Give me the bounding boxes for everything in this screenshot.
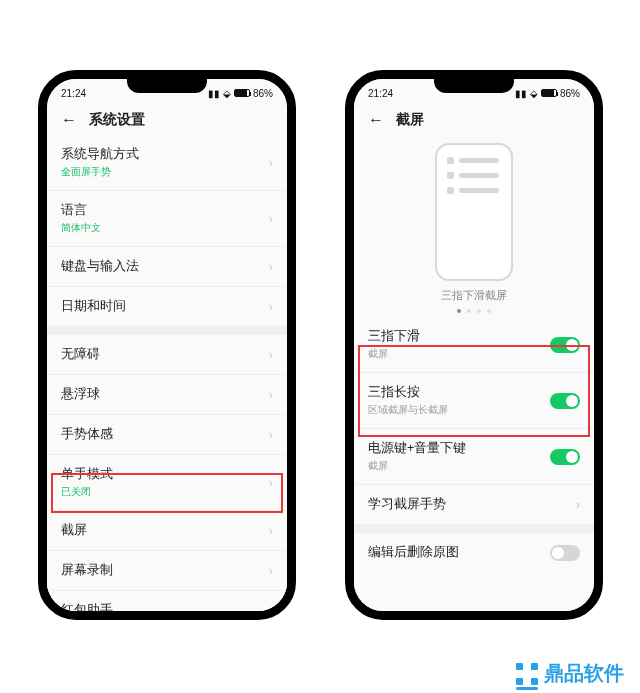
- row-language[interactable]: 语言 简体中文 ›: [47, 191, 287, 247]
- gesture-illustration: 三指下滑截屏: [354, 135, 594, 317]
- status-signal-icon: ▮▮: [515, 88, 527, 99]
- row-sub: 全面屏手势: [61, 165, 139, 179]
- row-one-hand[interactable]: 单手模式 已关闭 ›: [47, 455, 287, 511]
- row-label: 三指下滑: [368, 328, 420, 345]
- row-label: 手势体感: [61, 426, 113, 443]
- row-sub: 已关闭: [61, 485, 113, 499]
- chevron-right-icon: ›: [269, 524, 273, 538]
- toggle-switch[interactable]: [550, 393, 580, 409]
- row-label: 三指长按: [368, 384, 448, 401]
- chevron-right-icon: ›: [269, 604, 273, 612]
- row-label: 截屏: [61, 522, 87, 539]
- chevron-right-icon: ›: [269, 348, 273, 362]
- chevron-right-icon: ›: [269, 476, 273, 490]
- row-label: 编辑后删除原图: [368, 544, 459, 561]
- section-gap: [354, 525, 594, 533]
- chevron-right-icon: ›: [269, 212, 273, 226]
- row-label: 键盘与输入法: [61, 258, 139, 275]
- status-battery: 86%: [253, 88, 273, 99]
- chevron-right-icon: ›: [576, 498, 580, 512]
- chevron-right-icon: ›: [269, 260, 273, 274]
- page-indicator: [457, 309, 491, 313]
- row-sub: 截屏: [368, 459, 466, 473]
- row-keyboard[interactable]: 键盘与输入法 ›: [47, 247, 287, 287]
- section-gap: [47, 327, 287, 335]
- page-title: 系统设置: [89, 111, 145, 129]
- row-label: 无障碍: [61, 346, 100, 363]
- toggle-switch[interactable]: [550, 337, 580, 353]
- row-label: 屏幕录制: [61, 562, 113, 579]
- battery-icon: [234, 89, 250, 97]
- watermark: 鼎品软件: [516, 660, 624, 687]
- toggle-switch[interactable]: [550, 449, 580, 465]
- row-label: 红包助手: [61, 602, 113, 611]
- row-label: 悬浮球: [61, 386, 100, 403]
- row-float-ball[interactable]: 悬浮球 ›: [47, 375, 287, 415]
- row-screen-record[interactable]: 屏幕录制 ›: [47, 551, 287, 591]
- toggle-delete-original[interactable]: 编辑后删除原图: [354, 533, 594, 572]
- row-redpacket[interactable]: 红包助手 ›: [47, 591, 287, 611]
- toggle-switch[interactable]: [550, 545, 580, 561]
- watermark-text: 鼎品软件: [544, 660, 624, 687]
- illustration-caption: 三指下滑截屏: [441, 289, 507, 303]
- status-signal-icon: ▮▮: [208, 88, 220, 99]
- back-icon[interactable]: ←: [368, 112, 384, 128]
- row-sub: 简体中文: [61, 221, 101, 235]
- toggle-three-finger-hold[interactable]: 三指长按 区域截屏与长截屏: [354, 373, 594, 429]
- row-gesture-motion[interactable]: 手势体感 ›: [47, 415, 287, 455]
- row-learn-gesture[interactable]: 学习截屏手势 ›: [354, 485, 594, 525]
- row-label: 日期和时间: [61, 298, 126, 315]
- phone-mockup-left: 21:24 ▮▮ ⬙ 86% ← 系统设置 系统导航方式 全面屏手势: [38, 70, 296, 620]
- row-label: 电源键+音量下键: [368, 440, 466, 457]
- notch: [127, 79, 207, 93]
- row-sub: 截屏: [368, 347, 420, 361]
- status-wifi-icon: ⬙: [530, 88, 538, 99]
- row-label: 学习截屏手势: [368, 496, 446, 513]
- chevron-right-icon: ›: [269, 388, 273, 402]
- back-icon[interactable]: ←: [61, 112, 77, 128]
- row-sub: 区域截屏与长截屏: [368, 403, 448, 417]
- chevron-right-icon: ›: [269, 428, 273, 442]
- row-label: 单手模式: [61, 466, 113, 483]
- status-battery: 86%: [560, 88, 580, 99]
- mini-phone-icon: [435, 143, 513, 281]
- battery-icon: [541, 89, 557, 97]
- chevron-right-icon: ›: [269, 564, 273, 578]
- row-nav-mode[interactable]: 系统导航方式 全面屏手势 ›: [47, 135, 287, 191]
- row-accessibility[interactable]: 无障碍 ›: [47, 335, 287, 375]
- toggle-power-volume[interactable]: 电源键+音量下键 截屏: [354, 429, 594, 485]
- chevron-right-icon: ›: [269, 300, 273, 314]
- phone-mockup-right: 21:24 ▮▮ ⬙ 86% ← 截屏: [345, 70, 603, 620]
- status-time: 21:24: [61, 88, 86, 99]
- toggle-three-finger-swipe[interactable]: 三指下滑 截屏: [354, 317, 594, 373]
- chevron-right-icon: ›: [269, 156, 273, 170]
- notch: [434, 79, 514, 93]
- status-time: 21:24: [368, 88, 393, 99]
- row-screenshot[interactable]: 截屏 ›: [47, 511, 287, 551]
- row-datetime[interactable]: 日期和时间 ›: [47, 287, 287, 327]
- row-label: 系统导航方式: [61, 146, 139, 163]
- row-label: 语言: [61, 202, 101, 219]
- status-wifi-icon: ⬙: [223, 88, 231, 99]
- page-title: 截屏: [396, 111, 424, 129]
- watermark-logo-icon: [516, 663, 538, 685]
